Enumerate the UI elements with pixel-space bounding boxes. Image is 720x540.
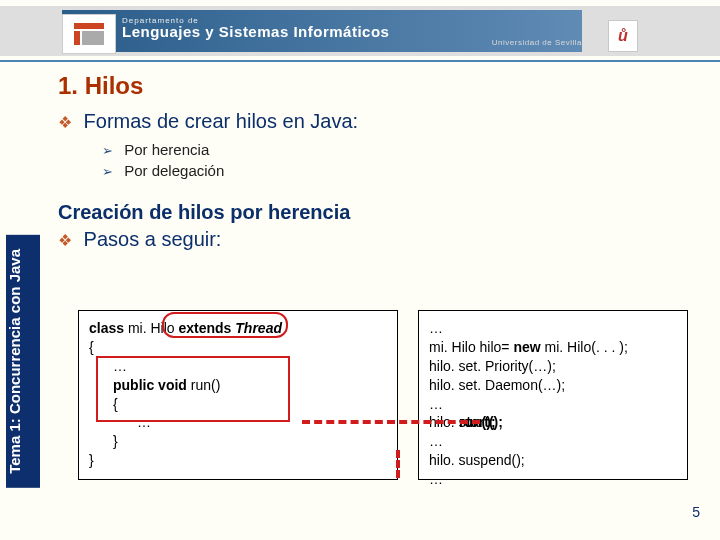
bullet-text: Formas de crear hilos en Java:: [84, 110, 359, 132]
code-line: hilo. set. Daemon(…);: [429, 376, 677, 395]
header-bar: Departamento de Lenguajes y Sistemas Inf…: [0, 6, 720, 56]
code-line: public void run(): [89, 376, 387, 395]
bullet-text: Pasos a seguir:: [84, 228, 222, 250]
header-banner: Departamento de Lenguajes y Sistemas Inf…: [62, 10, 582, 52]
page-number: 5: [692, 504, 700, 520]
code-line: …: [89, 413, 387, 432]
code-line: }: [89, 432, 387, 451]
code-line: …: [89, 357, 387, 376]
content-area: ❖ Formas de crear hilos en Java: ➢ Por h…: [58, 110, 698, 257]
triangle-icon: ➢: [102, 163, 120, 181]
code-line: hilo. start(); run();: [429, 413, 677, 432]
bullet-text: Por herencia: [124, 141, 209, 158]
code-line: …: [429, 395, 677, 414]
bullet-pasos: ❖ Pasos a seguir:: [58, 228, 698, 251]
bullet-delegacion: ➢ Por delegación: [102, 160, 698, 181]
bullet-text: Por delegación: [124, 162, 224, 179]
divider: [0, 60, 720, 62]
diamond-icon: ❖: [58, 113, 78, 132]
slide: Departamento de Lenguajes y Sistemas Inf…: [0, 0, 720, 540]
diamond-icon: ❖: [58, 231, 78, 250]
code-line: hilo. suspend();: [429, 451, 677, 470]
code-line: …: [429, 319, 677, 338]
bullet-herencia: ➢ Por herencia: [102, 139, 698, 160]
code-line: class mi. Hilo extends Thread: [89, 319, 387, 338]
slide-title: 1. Hilos: [58, 72, 143, 100]
triangle-icon: ➢: [102, 142, 120, 160]
logo-left-icon: [62, 14, 116, 54]
code-line: mi. Hilo hilo= new mi. Hilo(. . . );: [429, 338, 677, 357]
logo-right-icon: ů: [608, 20, 638, 52]
code-line: …: [429, 432, 677, 451]
code-block-right: … mi. Hilo hilo= new mi. Hilo(. . . ); h…: [418, 310, 688, 480]
code-line: …: [429, 470, 677, 489]
code-line: {: [89, 338, 387, 357]
sidebar-label: Tema 1: Concurrencia con Java: [6, 235, 40, 488]
bullet-formas: ❖ Formas de crear hilos en Java:: [58, 110, 698, 133]
code-line: {: [89, 395, 387, 414]
header-uni: Universidad de Sevilla: [122, 38, 582, 47]
code-line: hilo. set. Priority(…);: [429, 357, 677, 376]
subheader-creacion: Creación de hilos por herencia: [58, 201, 698, 224]
code-block-left: class mi. Hilo extends Thread { … public…: [78, 310, 398, 480]
code-line: }: [89, 451, 387, 470]
